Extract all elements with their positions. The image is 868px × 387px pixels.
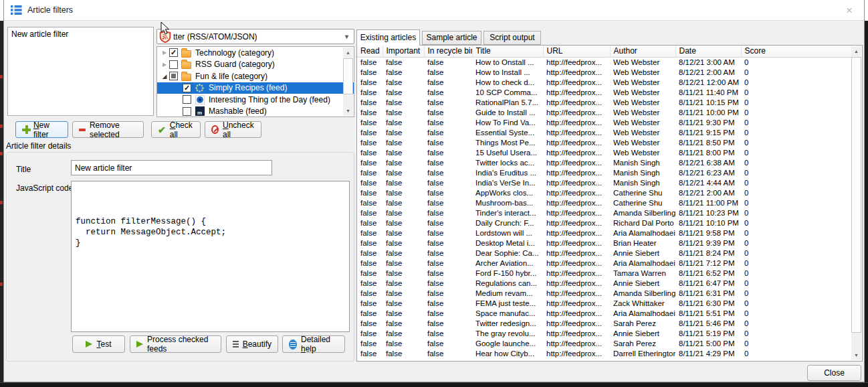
expand-arrow-icon[interactable]: ▶: [160, 62, 169, 68]
cell-author: Catherine Shu: [610, 187, 675, 198]
tree-item-mashable[interactable]: m Mashable (feed): [157, 106, 354, 118]
article-row[interactable]: false false false How To Find Va... http…: [357, 117, 851, 127]
article-row[interactable]: false false false Twitter locks ac... ht…: [357, 157, 851, 167]
article-row[interactable]: false false false Space manufac... http:…: [357, 308, 851, 318]
article-row[interactable]: false false false Mushroom-bas... http:/…: [357, 198, 851, 208]
cell-important: false: [383, 77, 424, 87]
scrollbar-thumb[interactable]: [851, 57, 861, 333]
folder-icon: [181, 50, 191, 58]
cell-title: Desktop Metal i...: [472, 238, 543, 248]
article-row[interactable]: false false false Desktop Metal i... htt…: [357, 238, 851, 248]
uncheck-all-button[interactable]: Uncheck all: [205, 121, 261, 138]
column-header-read[interactable]: Read: [357, 46, 383, 57]
check-all-button[interactable]: ✔ Check all: [151, 121, 201, 138]
checkbox-unchecked[interactable]: [183, 107, 191, 116]
article-row[interactable]: false false false India's Eruditus ... h…: [357, 167, 851, 177]
scrollbar-thumb[interactable]: [343, 58, 353, 94]
collapse-arrow-icon[interactable]: ◢: [160, 73, 169, 80]
cell-author: Web Webster: [610, 77, 675, 87]
cell-author: Web Webster: [610, 127, 675, 137]
column-header-url[interactable]: URL: [543, 46, 610, 57]
cell-date: 8/11/21 10:23 PM: [675, 208, 741, 218]
article-row[interactable]: false false false India's VerSe In... ht…: [357, 177, 851, 187]
cell-author: Catherine Shu: [610, 198, 675, 208]
article-row[interactable]: false false false Ford F-150 hybr... htt…: [357, 268, 851, 278]
checkbox-checked[interactable]: ✓: [183, 84, 191, 92]
mouse-cursor: [160, 21, 170, 35]
column-header-in-recycle-bin[interactable]: In recycle bin: [424, 46, 472, 57]
remove-selected-button[interactable]: Remove selected: [72, 121, 144, 138]
articles-table-body: false false false How to Onstall ... htt…: [357, 57, 851, 358]
close-button[interactable]: Close: [807, 365, 861, 381]
close-icon[interactable]: ×: [843, 4, 856, 17]
tree-item-technology[interactable]: ▶ ✓ Technology (category): [157, 47, 354, 59]
column-header-important[interactable]: Important: [383, 46, 424, 57]
cell-in-recycle-bin: false: [424, 268, 472, 278]
tree-scrollbar[interactable]: ▲ ▼: [343, 48, 353, 116]
account-combobox[interactable]: tter (RSS/ATOM/JSON) ▼: [156, 29, 354, 44]
filters-list[interactable]: New article filter: [7, 27, 154, 116]
article-row[interactable]: false false false How to check d... http…: [357, 77, 851, 87]
article-row[interactable]: false false false 15 Useful Usera... htt…: [357, 147, 851, 157]
expand-arrow-icon[interactable]: ▶: [160, 50, 169, 56]
tree-item-fun-and-life[interactable]: ◢ Fun & life (category): [157, 70, 354, 82]
cell-score: 0: [741, 258, 851, 268]
article-row[interactable]: false false false Hear how Cityb... http…: [357, 348, 851, 358]
cell-in-recycle-bin: false: [424, 177, 472, 187]
article-row[interactable]: false false false 10 SCP Comma... http:/…: [357, 87, 851, 97]
article-row[interactable]: false false false Things Most Pe... http…: [357, 137, 851, 147]
article-row[interactable]: false false false Guide to Install ... h…: [357, 107, 851, 117]
article-row[interactable]: false false false Tinder's interact... h…: [357, 208, 851, 218]
beautify-button[interactable]: Beautify: [226, 335, 278, 353]
tab-sample-article[interactable]: Sample article: [422, 31, 481, 45]
title-input[interactable]: [71, 160, 272, 175]
column-header-date[interactable]: Date: [675, 46, 741, 57]
article-row[interactable]: false false false How to Onstall ... htt…: [357, 57, 851, 67]
scroll-down-icon[interactable]: ▼: [851, 350, 861, 360]
article-row[interactable]: false false false Lordstown will ... htt…: [357, 228, 851, 238]
tree-item-interesting-thing[interactable]: Interesting Thing of the Day (feed): [157, 94, 354, 106]
checkbox-unchecked[interactable]: [169, 60, 178, 69]
checkbox-checked[interactable]: ✓: [169, 48, 178, 57]
tree-item-rss-guard[interactable]: ▶ RSS Guard (category): [157, 59, 354, 71]
article-row[interactable]: false false false Google launche... http…: [357, 338, 851, 348]
scroll-up-icon[interactable]: ▲: [851, 46, 861, 56]
article-row[interactable]: false false false Essential Syste... htt…: [357, 127, 851, 137]
folder-icon: [181, 74, 191, 81]
article-row[interactable]: false false false Twitter redesign... ht…: [357, 318, 851, 328]
tab-script-output[interactable]: Script output: [483, 31, 541, 45]
filters-list-item[interactable]: New article filter: [8, 27, 153, 41]
cell-score: 0: [741, 127, 851, 137]
dialog-titlebar[interactable]: Article filters ×: [4, 0, 864, 21]
new-filter-button[interactable]: New filter: [15, 121, 68, 138]
checkbox-unchecked[interactable]: [183, 95, 191, 104]
article-row[interactable]: false false false Regulations can... htt…: [357, 278, 851, 288]
article-row[interactable]: false false false RationalPlan 5.7... ht…: [357, 97, 851, 107]
column-header-title[interactable]: Title: [472, 46, 543, 57]
scroll-up-icon[interactable]: ▲: [343, 48, 353, 58]
process-checked-feeds-button[interactable]: Process checked feeds: [130, 335, 221, 353]
javascript-code-editor[interactable]: function filterMessage() { return Messag…: [71, 181, 350, 332]
article-row[interactable]: false false false Archer Aviation... htt…: [357, 258, 851, 268]
detailed-help-button[interactable]: Detailed help: [282, 335, 345, 353]
article-row[interactable]: false false false Daily Crunch: F... htt…: [357, 218, 851, 228]
article-row[interactable]: false false false Medium revam... http:/…: [357, 288, 851, 298]
column-header-score[interactable]: Score: [741, 46, 851, 57]
articles-table-frame: Read Important In recycle bin Title URL …: [356, 45, 863, 362]
table-scrollbar[interactable]: ▲ ▼: [851, 46, 861, 360]
article-row[interactable]: false false false FEMA just teste... htt…: [357, 298, 851, 308]
article-row[interactable]: false false false Dear Sophie: Ca... htt…: [357, 248, 851, 258]
javascript-code-label: JavaScript code: [16, 183, 73, 193]
cell-date: 8/11/21 5:46 PM: [675, 318, 741, 328]
test-button[interactable]: Test: [72, 335, 125, 353]
article-row[interactable]: false false false How to Install ... htt…: [357, 67, 851, 77]
tree-item-simply-recipes[interactable]: ✓ Simply Recipes (feed): [157, 82, 354, 94]
cell-important: false: [383, 137, 424, 147]
column-header-author[interactable]: Author: [610, 46, 675, 57]
scroll-down-icon[interactable]: ▼: [343, 106, 353, 116]
tab-existing-articles[interactable]: Existing articles: [356, 29, 420, 46]
article-row[interactable]: false false false The gray revolu... htt…: [357, 328, 851, 338]
cell-date: 8/12/21 2:00 AM: [675, 187, 741, 198]
article-row[interactable]: false false false AppWorks clos... http:…: [357, 187, 851, 198]
checkbox-partial[interactable]: [169, 72, 178, 80]
